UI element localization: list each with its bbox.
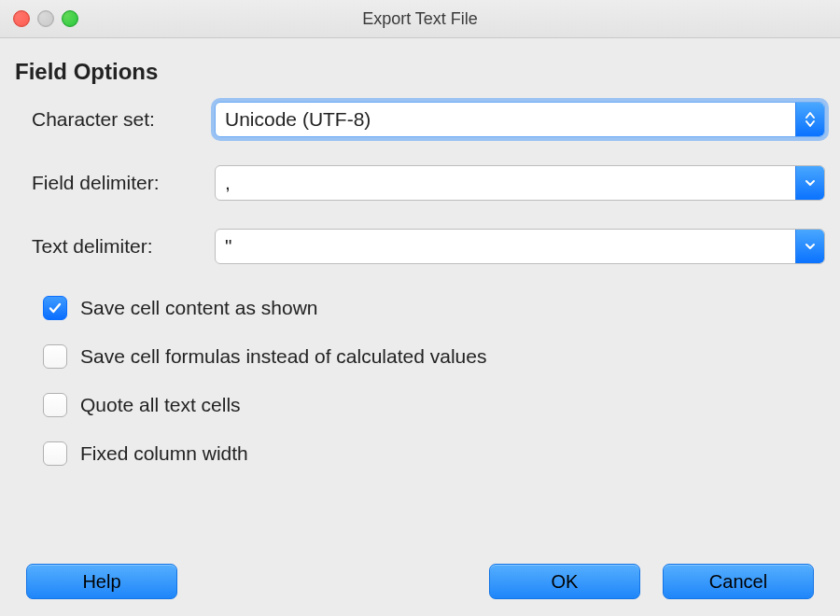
field-delimiter-label: Field delimiter: [32, 172, 215, 194]
fixed-width-row: Fixed column width [43, 441, 825, 466]
minimize-window-button [37, 10, 54, 27]
fixed-width-checkbox[interactable] [43, 441, 67, 466]
close-window-button[interactable] [13, 10, 30, 27]
chevron-down-icon [795, 166, 824, 200]
cancel-button-label: Cancel [709, 571, 767, 593]
text-delimiter-combobox[interactable]: " [215, 229, 825, 264]
zoom-window-button[interactable] [62, 10, 78, 27]
character-set-label: Character set: [32, 108, 215, 131]
checkbox-group: Save cell content as shown Save cell for… [15, 292, 825, 466]
save-formulas-label: Save cell formulas instead of calculated… [80, 345, 486, 368]
save-as-shown-label: Save cell content as shown [80, 297, 317, 319]
ok-button-label: OK [552, 571, 579, 593]
field-delimiter-value[interactable]: , [216, 166, 795, 200]
checkmark-icon [48, 301, 63, 315]
save-as-shown-checkbox[interactable] [43, 296, 67, 320]
ok-button[interactable]: OK [489, 564, 640, 599]
character-set-value: Unicode (UTF-8) [216, 103, 795, 136]
character-set-select[interactable]: Unicode (UTF-8) [215, 102, 825, 137]
chevron-down-icon [795, 230, 824, 263]
text-delimiter-row: Text delimiter: " [15, 229, 825, 264]
fixed-width-label: Fixed column width [80, 442, 248, 465]
save-as-shown-row: Save cell content as shown [43, 296, 825, 320]
section-title: Field Options [15, 59, 825, 85]
dialog-content: Field Options Character set: Unicode (UT… [0, 38, 840, 466]
character-set-row: Character set: Unicode (UTF-8) [15, 102, 825, 137]
window-title: Export Text File [362, 9, 478, 29]
text-delimiter-label: Text delimiter: [32, 235, 215, 258]
dialog-buttons: Help OK Cancel [0, 564, 840, 599]
quote-all-row: Quote all text cells [43, 393, 825, 417]
cancel-button[interactable]: Cancel [663, 564, 814, 599]
window-controls [13, 10, 78, 27]
field-delimiter-combobox[interactable]: , [215, 165, 825, 201]
help-button[interactable]: Help [26, 564, 177, 599]
quote-all-label: Quote all text cells [80, 394, 241, 416]
updown-arrows-icon [795, 103, 824, 136]
field-delimiter-row: Field delimiter: , [15, 165, 825, 201]
save-formulas-row: Save cell formulas instead of calculated… [43, 344, 825, 369]
save-formulas-checkbox[interactable] [43, 344, 67, 369]
title-bar: Export Text File [0, 0, 840, 38]
quote-all-checkbox[interactable] [43, 393, 67, 417]
help-button-label: Help [82, 571, 120, 593]
text-delimiter-value[interactable]: " [216, 230, 795, 263]
